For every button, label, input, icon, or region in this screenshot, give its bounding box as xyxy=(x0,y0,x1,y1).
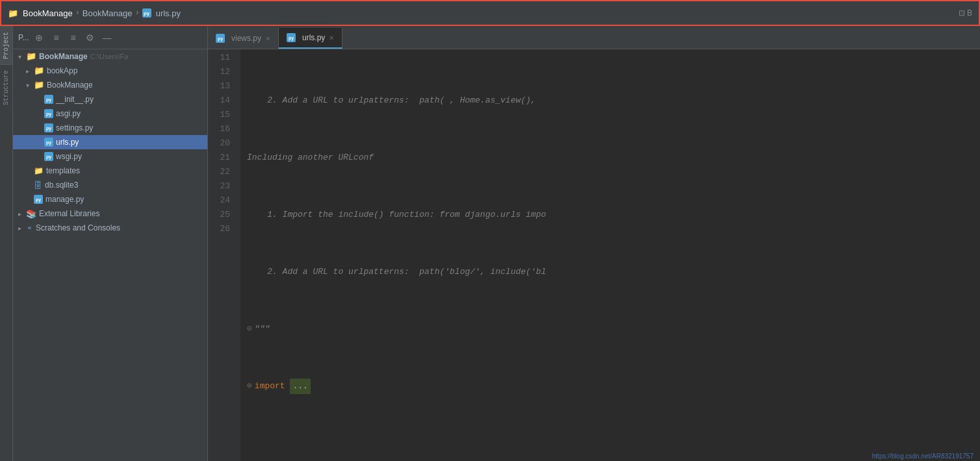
line-num-14: 14 xyxy=(208,93,235,108)
py-file-icon: py xyxy=(44,109,53,118)
file-tree-toolbar: P... ⊕ ≡ ≡ ⚙ — xyxy=(13,26,207,49)
tree-item-scratches[interactable]: ⚬ Scratches and Consoles xyxy=(13,221,207,235)
tab-views-py[interactable]: py views.py ✕ xyxy=(208,28,279,49)
tree-item-settings[interactable]: py settings.py xyxy=(13,121,207,135)
line-num-13: 13 xyxy=(208,79,235,93)
file-tree-panel: P... ⊕ ≡ ≡ ⚙ — 📁 BookManage C:\Users\Fa … xyxy=(13,26,208,461)
line-num-26: 26 xyxy=(208,222,235,236)
py-file-icon: py xyxy=(44,123,53,132)
tree-label: asgi.py xyxy=(56,109,81,118)
tree-item-asgi[interactable]: py asgi.py xyxy=(13,106,207,121)
line-numbers: 11 12 13 14 15 16 20 21 22 23 24 25 26 xyxy=(208,49,240,461)
tree-label: BookManage xyxy=(47,81,93,90)
editor-area: py views.py ✕ py urls.py ✕ 11 12 13 14 1… xyxy=(208,26,980,461)
breadcrumb-bookmanage-1[interactable]: 📁 BookManage xyxy=(8,8,73,18)
line-num-20: 20 xyxy=(208,136,235,151)
code-line-12: Including another URLconf xyxy=(247,151,974,165)
line-num-21: 21 xyxy=(208,151,235,165)
tree-item-init[interactable]: py __init__.py xyxy=(13,92,207,106)
toolbar-collapse-btn[interactable]: ≡ xyxy=(49,31,62,44)
tree-item-ext-libs[interactable]: 📚 External Libraries xyxy=(13,206,207,221)
folder-icon: 📁 xyxy=(26,51,36,62)
breadcrumb-bar: 📁 BookManage › BookManage › py urls.py ⊡… xyxy=(0,0,980,26)
tree-item-bookapp[interactable]: 📁 bookApp xyxy=(13,64,207,78)
tree-arrow xyxy=(18,53,26,60)
tree-item-templates[interactable]: 📁 templates xyxy=(13,164,207,178)
code-line-16: ⊕import ... xyxy=(247,379,974,393)
code-text: import xyxy=(255,379,285,393)
line-num-15: 15 xyxy=(208,108,235,122)
tree-arrow xyxy=(18,225,26,232)
code-text: 2. Add a URL to urlpatterns: path('blog/… xyxy=(247,265,546,279)
tree-label: manage.py xyxy=(45,195,84,204)
editor-tabs: py views.py ✕ py urls.py ✕ xyxy=(208,26,980,49)
tree-label: db.sqlite3 xyxy=(45,181,78,190)
sidebar-label-structure[interactable]: Structure xyxy=(0,64,12,110)
ext-libs-icon: 📚 xyxy=(26,209,36,219)
py-file-icon: py xyxy=(44,138,53,147)
tree-label: bookApp xyxy=(47,66,77,75)
code-line-15: ⊖""" xyxy=(247,322,974,336)
tree-item-manage[interactable]: py manage.py xyxy=(13,192,207,206)
fold-icon-16[interactable]: ⊕ xyxy=(247,379,252,393)
folder-icon: 📁 xyxy=(34,66,44,76)
sidebar-labels: Project Structure xyxy=(0,26,13,461)
toolbar-label: P... xyxy=(18,33,29,42)
tree-item-wsgi[interactable]: py wsgi.py xyxy=(13,149,207,164)
py-file-icon: py xyxy=(142,8,151,18)
code-editor[interactable]: 11 12 13 14 15 16 20 21 22 23 24 25 26 xyxy=(208,49,980,461)
code-text: 1. Import the include() function: from d… xyxy=(247,208,546,222)
tree-item-db[interactable]: 🗄 db.sqlite3 xyxy=(13,178,207,192)
watermark: https://blog.csdn.net/AR832191757 xyxy=(872,453,974,460)
tab-py-icon: py xyxy=(216,34,225,43)
line-num-11: 11 xyxy=(208,51,235,65)
code-line-20 xyxy=(247,436,974,451)
tree-path: C:\Users\Fa xyxy=(90,53,129,60)
tree-arrow xyxy=(26,68,34,75)
code-text: """ xyxy=(255,322,270,336)
tab-urls-py[interactable]: py urls.py ✕ xyxy=(279,28,342,49)
top-right-btn[interactable]: ⊡ B xyxy=(959,8,972,18)
line-num-22: 22 xyxy=(208,165,235,179)
line-num-16: 16 xyxy=(208,122,235,136)
sidebar-label-project[interactable]: Project xyxy=(0,26,12,64)
tab-close-btn[interactable]: ✕ xyxy=(329,34,334,42)
toolbar-minimize-btn[interactable]: — xyxy=(100,31,113,44)
breadcrumb-sep-1: › xyxy=(75,8,80,18)
toolbar-settings-btn[interactable]: ⚙ xyxy=(83,31,96,44)
db-icon: 🗄 xyxy=(34,181,42,190)
code-text xyxy=(285,379,290,393)
tree-item-urls[interactable]: py urls.py xyxy=(13,135,207,149)
line-num-23: 23 xyxy=(208,179,235,193)
code-line-14: 2. Add a URL to urlpatterns: path('blog/… xyxy=(247,265,974,279)
tree-arrow xyxy=(26,82,34,89)
py-file-icon: py xyxy=(44,152,53,161)
code-content: 11 12 13 14 15 16 20 21 22 23 24 25 26 xyxy=(208,49,980,461)
breadcrumb-bookmanage-2[interactable]: BookManage xyxy=(83,8,133,18)
tree-label: urls.py xyxy=(56,138,79,147)
breadcrumb-urlspy[interactable]: py urls.py xyxy=(142,8,181,18)
tree-item-bookmanage-root[interactable]: 📁 BookManage C:\Users\Fa xyxy=(13,49,207,64)
code-line-13: 1. Import the include() function: from d… xyxy=(247,208,974,222)
tree-arrow xyxy=(18,210,26,218)
tab-label: views.py xyxy=(231,34,261,43)
scratches-icon: ⚬ xyxy=(26,223,33,233)
tree-label: templates xyxy=(46,166,80,175)
fold-icon[interactable]: ⊖ xyxy=(247,322,252,336)
tree-label: BookManage xyxy=(39,52,88,61)
tab-close-btn[interactable]: ✕ xyxy=(265,35,270,42)
tree-label: __init__.py xyxy=(56,95,94,104)
toolbar-expand-btn[interactable]: ≡ xyxy=(66,31,79,44)
tab-label: urls.py xyxy=(302,33,325,42)
py-file-icon: py xyxy=(34,195,43,204)
line-num-25: 25 xyxy=(208,208,235,222)
code-lines: 2. Add a URL to urlpatterns: path( , Hom… xyxy=(240,49,980,461)
code-text: Including another URLconf xyxy=(247,151,374,165)
code-line-11: 2. Add a URL to urlpatterns: path( , Hom… xyxy=(247,93,974,108)
tree-label: External Libraries xyxy=(39,209,99,218)
code-text xyxy=(247,436,252,451)
tree-label: wsgi.py xyxy=(56,152,82,161)
tree-label: settings.py xyxy=(56,123,93,132)
toolbar-add-btn[interactable]: ⊕ xyxy=(32,31,45,44)
tree-item-bookmanage-sub[interactable]: 📁 BookManage xyxy=(13,78,207,92)
